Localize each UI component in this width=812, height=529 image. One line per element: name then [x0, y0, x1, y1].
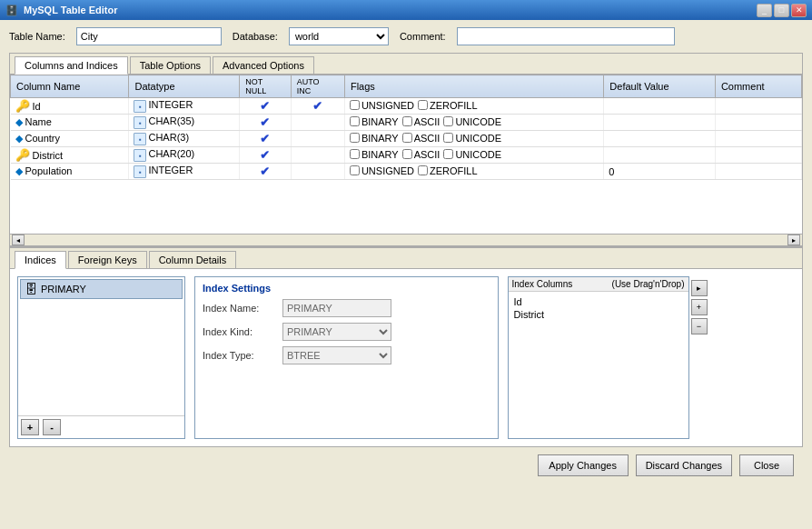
index-name-row: Index Name: [203, 299, 490, 317]
table-row[interactable]: 🔑Id▪INTEGER✔✔UNSIGNEDZEROFILL [11, 98, 802, 115]
index-col-id: Id [512, 295, 685, 308]
database-select[interactable]: world [289, 27, 389, 45]
tab-indices[interactable]: Indices [15, 251, 66, 269]
col-header-name: Column Name [11, 75, 129, 98]
col-header-not-null: NOTNULL [240, 75, 291, 98]
window-body: Table Name: Database: world Comment: Col… [0, 20, 812, 529]
index-db-icon: 🗄 [25, 282, 37, 296]
flag-checkbox[interactable] [402, 133, 412, 143]
discard-changes-button[interactable]: Discard Changes [636, 454, 732, 476]
not-null-check: ✔ [260, 99, 270, 113]
database-label: Database: [233, 31, 278, 42]
col-name: Country [25, 133, 61, 144]
main-tab-bar: Columns and Indices Table Options Advanc… [10, 54, 802, 75]
flag-checkbox[interactable] [443, 149, 453, 159]
col-name: Name [25, 116, 52, 127]
index-name-input[interactable] [282, 299, 391, 317]
datatype-icon: ▪ [134, 165, 146, 178]
flag-checkbox[interactable] [350, 100, 360, 110]
col-name: Population [25, 165, 73, 176]
flag-label: ZEROFILL [430, 100, 478, 111]
col-name: Id [33, 101, 41, 112]
add-col-button[interactable]: + [691, 299, 708, 315]
comment-input[interactable] [457, 27, 675, 45]
bottom-section: Indices Foreign Keys Column Details 🗄 PR… [9, 247, 803, 447]
diamond-icon: ◆ [15, 165, 23, 176]
flag-checkbox[interactable] [350, 116, 360, 126]
minimize-button[interactable]: _ [757, 4, 772, 17]
scroll-left-arrow[interactable]: ◂ [12, 235, 25, 245]
scroll-right-arrow[interactable]: ▸ [787, 235, 800, 245]
not-null-check: ✔ [260, 165, 270, 178]
tab-table-options[interactable]: Table Options [130, 56, 211, 74]
flag-checkbox[interactable] [402, 116, 412, 126]
col-datatype: INTEGER [148, 165, 193, 175]
table-row[interactable]: 🔑District▪CHAR(20)✔BINARYASCIIUNICODE [11, 147, 802, 164]
index-name-label: Index Name: [203, 303, 275, 314]
table-row[interactable]: ◆Name▪CHAR(35)✔BINARYASCIIUNICODE [11, 115, 802, 131]
flag-label: BINARY [361, 133, 399, 144]
not-null-check: ✔ [260, 132, 270, 145]
not-null-check: ✔ [260, 115, 270, 129]
window-controls: _ □ ✕ [757, 4, 807, 17]
not-null-check: ✔ [260, 148, 270, 162]
window-title: MySQL Table Editor [24, 5, 118, 15]
close-window-button[interactable]: ✕ [791, 4, 807, 17]
index-col-buttons: ▸ + − [689, 276, 709, 439]
key-icon: 🔑 [15, 99, 30, 113]
apply-changes-button[interactable]: Apply Changes [538, 454, 629, 476]
tab-column-details[interactable]: Column Details [149, 251, 237, 268]
columns-table-container: Column Name Datatype NOTNULL AUTOINC Fla… [10, 75, 802, 234]
remove-index-button[interactable]: - [43, 419, 61, 435]
index-settings-title: Index Settings [203, 283, 490, 294]
flag-checkbox[interactable] [418, 165, 428, 175]
maximize-button[interactable]: □ [774, 4, 789, 17]
comment-label: Comment: [400, 31, 446, 42]
flag-label: UNSIGNED [361, 100, 414, 111]
index-item-label: PRIMARY [41, 284, 86, 294]
flag-label: UNICODE [455, 116, 501, 127]
drag-drop-hint: (Use Drag'n'Drop) [612, 279, 685, 289]
scroll-track[interactable] [26, 236, 786, 244]
move-up-button[interactable]: ▸ [691, 280, 708, 296]
flag-checkbox[interactable] [402, 149, 412, 159]
close-button[interactable]: Close [739, 454, 794, 476]
main-tab-panel: Columns and Indices Table Options Advanc… [9, 53, 803, 247]
col-header-comment: Comment [715, 75, 801, 98]
tab-advanced-options[interactable]: Advanced Options [213, 56, 314, 74]
remove-col-button[interactable]: − [691, 318, 708, 334]
datatype-icon: ▪ [134, 133, 146, 145]
col-header-auto-inc: AUTOINC [291, 75, 344, 98]
datatype-icon: ▪ [134, 116, 146, 129]
flag-checkbox[interactable] [443, 133, 453, 143]
table-name-input[interactable] [76, 27, 222, 45]
index-kind-label: Index Kind: [203, 326, 275, 337]
flag-checkbox[interactable] [418, 100, 428, 110]
app-icon: 🗄️ [5, 5, 18, 16]
table-row[interactable]: ◆Country▪CHAR(3)✔BINARYASCIIUNICODE [11, 131, 802, 147]
horizontal-scrollbar[interactable]: ◂ ▸ [10, 234, 802, 246]
index-kind-row: Index Kind: PRIMARY [203, 323, 490, 341]
table-row[interactable]: ◆Population▪INTEGER✔UNSIGNEDZEROFILL0 [11, 164, 802, 180]
columns-table: Column Name Datatype NOTNULL AUTOINC Fla… [10, 75, 802, 180]
add-index-button[interactable]: + [21, 419, 39, 435]
index-item-primary[interactable]: 🗄 PRIMARY [20, 279, 183, 299]
bottom-content: 🗄 PRIMARY + - Index Settings Index Name: [10, 269, 802, 446]
table-name-label: Table Name: [9, 31, 65, 42]
flag-label: ASCII [414, 116, 441, 127]
index-kind-select[interactable]: PRIMARY [282, 323, 391, 341]
col-header-datatype: Datatype [129, 75, 240, 98]
index-add-remove: + - [18, 415, 184, 438]
col-header-default: Default Value [604, 75, 716, 98]
flag-checkbox[interactable] [443, 116, 453, 126]
flag-checkbox[interactable] [350, 133, 360, 143]
tab-columns-indices[interactable]: Columns and Indices [15, 56, 128, 75]
flag-checkbox[interactable] [350, 149, 360, 159]
flag-label: UNICODE [455, 149, 501, 160]
key-icon: 🔑 [15, 148, 30, 162]
index-type-select[interactable]: BTREE [282, 346, 391, 364]
index-list-panel: 🗄 PRIMARY + - [17, 276, 185, 439]
flag-checkbox[interactable] [350, 165, 360, 175]
index-cols-list: Id District [509, 292, 688, 438]
tab-foreign-keys[interactable]: Foreign Keys [68, 251, 147, 268]
